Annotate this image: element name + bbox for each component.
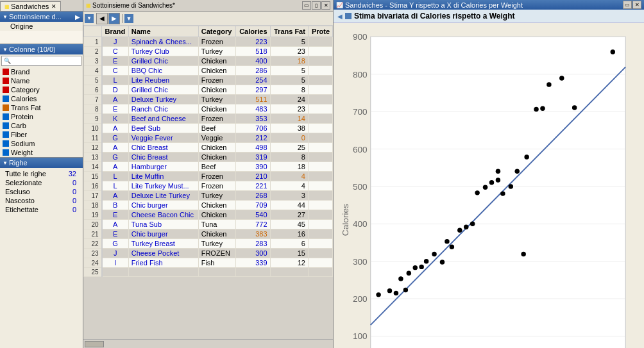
search-input[interactable] (12, 57, 79, 65)
cell-trans-fat: 5 (270, 37, 308, 47)
col-header-brand[interactable]: Brand (102, 26, 129, 37)
table-row: 4 C BBQ Chic Chicken 286 5 (84, 66, 333, 76)
table-row: 24 I Fried Fish Fish 339 12 (84, 258, 333, 268)
col-category[interactable]: Category (0, 85, 83, 94)
cell-trans-fat: 18 (270, 162, 308, 172)
data-point (445, 239, 449, 244)
cell-category: Chicken (198, 153, 235, 162)
cell-protein (308, 37, 332, 47)
data-point (611, 49, 615, 54)
col-name[interactable]: Name (0, 76, 83, 85)
col-sodium[interactable]: Sodium (0, 139, 83, 148)
columns-header[interactable]: ▼ Colonne (10/0) (0, 44, 83, 54)
col-fiber[interactable]: Fiber (0, 130, 83, 139)
chart-window-title: 📈 Sandwiches - Stima Y rispetto a X di C… (334, 0, 644, 10)
minimize-btn[interactable]: ▭ (302, 1, 311, 10)
cell-name: Turkey Breast (128, 239, 198, 249)
maximize-chart-btn[interactable]: ✕ (632, 1, 641, 9)
filter-down-icon[interactable]: ▼ (124, 14, 133, 23)
table-row: 14 A Hamburger Beef 390 18 (84, 162, 333, 172)
col-carb[interactable]: Carb (0, 121, 83, 130)
col-header-calories[interactable]: Calories (235, 26, 270, 37)
cell-protein (308, 201, 332, 210)
chart-icon: 📈 (336, 2, 343, 8)
table-row: 19 E Cheese Bacon Chic Chicken 540 27 (84, 210, 333, 220)
table-row: 8 E Ranch Chic Chicken 483 23 (84, 104, 333, 114)
cell-category: Frozen (198, 114, 235, 124)
cell-brand: J (102, 249, 129, 258)
cell-name: Lite Reuben (128, 76, 198, 85)
scrollbar-thumb[interactable] (85, 341, 104, 347)
cell-calories: 221 (235, 181, 270, 191)
col-header-name[interactable]: Name (128, 26, 198, 37)
col-brand[interactable]: Brand (0, 67, 83, 76)
cell-category: Chicken (198, 104, 235, 114)
row-num: 7 (84, 95, 102, 104)
origine-item[interactable]: Origine (0, 22, 83, 31)
data-point (464, 225, 468, 229)
arrow-icon: ▼ (3, 14, 8, 20)
cell-trans-fat: 15 (270, 249, 308, 258)
row-num: 23 (84, 249, 102, 258)
table-row: 6 D Grilled Chic Chicken 297 8 (84, 85, 333, 95)
cell-category: Chicken (198, 229, 235, 239)
cell-category: Chicken (198, 56, 235, 66)
col-protein[interactable]: Protein (0, 112, 83, 121)
col-header-trans-fat[interactable]: Trans Fat (270, 26, 308, 37)
cell-protein (308, 210, 332, 220)
forward-btn[interactable]: ▶ (108, 13, 120, 24)
row-num: 12 (84, 143, 102, 153)
subset-action-icon[interactable]: ▶ (75, 13, 80, 21)
cell-protein (308, 181, 332, 191)
horizontal-scrollbar[interactable] (83, 339, 333, 348)
cell-trans-fat: 25 (270, 143, 308, 153)
cell-brand: I (102, 258, 129, 268)
svg-rect-0 (371, 37, 625, 348)
sandwiches-tab[interactable]: ▦ Sandwiches ✕ (0, 1, 61, 11)
filter-icon[interactable]: ▼ (85, 14, 94, 23)
close-tab-icon[interactable]: ✕ (51, 3, 56, 10)
col-header-category[interactable]: Category (198, 26, 235, 37)
cell-calories: 498 (235, 143, 270, 153)
cell-trans-fat: 23 (270, 104, 308, 114)
cell-protein (308, 220, 332, 229)
col-weight[interactable]: Weight (0, 148, 83, 157)
cell-protein (308, 229, 332, 239)
col-trans-fat[interactable]: Trans Fat (0, 103, 83, 112)
cell-protein (308, 133, 332, 143)
col-type-icon (3, 87, 9, 93)
col-type-icon (3, 95, 9, 102)
rows-header[interactable]: ▼ Righe (0, 158, 83, 168)
column-search-box[interactable]: 🔍 (1, 56, 81, 66)
minimize-chart-btn[interactable]: ▭ (623, 1, 632, 9)
data-point (524, 154, 529, 159)
subset-header[interactable]: ▼ Sottoinsieme d... ▶ (0, 12, 83, 22)
cell-name: Hamburger (128, 162, 198, 172)
cell-protein (308, 47, 332, 56)
cell-calories: 383 (235, 229, 270, 239)
cell-category: Chicken (198, 201, 235, 210)
col-header-protein[interactable]: Prote (308, 26, 332, 37)
table-row: 11 G Veggie Fever Veggie 212 0 (84, 133, 333, 143)
cell-category: Turkey (198, 95, 235, 104)
cell-brand: K (102, 114, 129, 124)
cell-brand: G (102, 133, 129, 143)
cell-category: Chicken (198, 66, 235, 76)
svg-text:700: 700 (353, 107, 368, 117)
chart-expand-icon[interactable]: ◀ (337, 13, 343, 20)
data-point (424, 259, 428, 263)
table-row: 17 A Deluxe Lite Turkey Turkey 268 3 (84, 191, 333, 201)
data-point (540, 106, 545, 110)
col-type-icon (3, 140, 9, 147)
cell-trans-fat: 4 (270, 181, 308, 191)
close-btn[interactable]: ✕ (321, 1, 330, 10)
cell-brand: B (102, 201, 129, 210)
cell-category: Fish (198, 258, 235, 268)
cell-trans-fat: 45 (270, 220, 308, 229)
data-table: Brand Name Category Calories Trans Fat P… (83, 26, 333, 277)
col-calories[interactable]: Calories (0, 94, 83, 103)
back-btn[interactable]: ◀ (96, 13, 108, 24)
maximize-btn[interactable]: ▯ (312, 1, 321, 10)
cell-name: Chic Breast (128, 143, 198, 153)
svg-text:500: 500 (353, 182, 368, 192)
